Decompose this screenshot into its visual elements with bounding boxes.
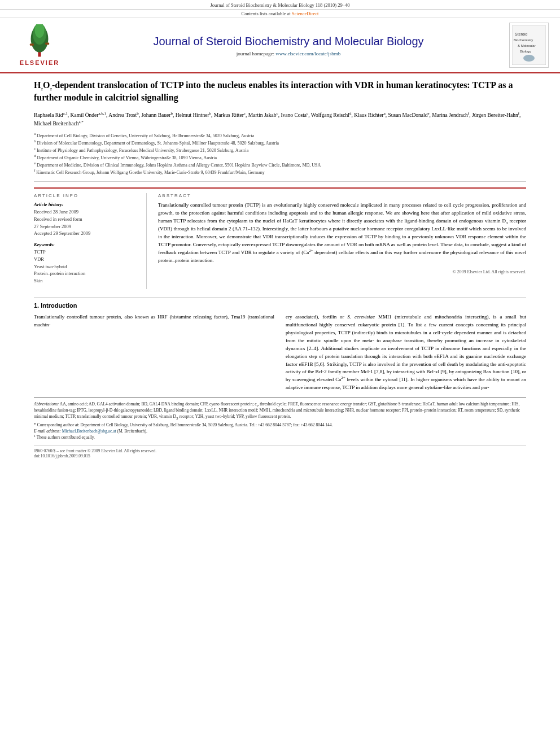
homepage-url[interactable]: www.elsevier.com/locate/jsbmb <box>275 51 340 56</box>
journal-header: ELSEVIER Journal of Steroid Biochemistry… <box>0 18 560 73</box>
affiliation-f: f Kinematic Cell Research Group, Johann … <box>34 169 526 176</box>
homepage-label: journal homepage: <box>237 51 274 56</box>
affiliations: a Department of Cell Biology, Division o… <box>34 133 526 182</box>
keyword-skin: Skin <box>34 277 138 285</box>
history-label: Article history: <box>34 202 138 207</box>
received-date: Received 28 June 2009 <box>34 208 138 216</box>
svg-point-11 <box>523 55 535 62</box>
affiliation-d: d Department of Organic Chemistry, Unive… <box>34 155 526 161</box>
intro-col-left: Translationally controlled tumour protei… <box>34 313 274 392</box>
email-footnote: E-mail address: Michael.Breitenbach@sbg.… <box>34 429 526 435</box>
issn-line: 0960-0760/$ – see front matter © 2009 El… <box>34 448 526 453</box>
citation-text: Journal of Steroid Biochemistry & Molecu… <box>211 2 350 8</box>
article-history: Article history: Received 28 June 2009 R… <box>34 202 138 237</box>
journal-logo-right: Steroid Biochemistry & Molecular Biology <box>509 23 549 68</box>
svg-text:Biochemistry: Biochemistry <box>514 38 533 42</box>
sciencedirect-banner: Contents lists available at ScienceDirec… <box>0 10 560 18</box>
keywords-label: Keywords: <box>34 242 138 247</box>
abstract-text: Translationally controlled tumour protei… <box>158 202 526 265</box>
svg-rect-4 <box>30 43 34 45</box>
article-body: H2O2-dependent translocation of TCTP int… <box>0 73 560 464</box>
keyword-ppi: Protein–protein interaction <box>34 270 138 277</box>
authors-line: Raphaela Rida,1, Kamil Öndera,b,1, Andre… <box>34 111 526 128</box>
keyword-vdr: VDR <box>34 256 138 263</box>
svg-text:Biology: Biology <box>520 50 531 53</box>
corresponding-author-footnote: * Corresponding author at: Department of… <box>34 422 526 429</box>
bottom-info: 0960-0760/$ – see front matter © 2009 El… <box>34 445 526 458</box>
abstract-column: ABSTRACT Translationally controlled tumo… <box>158 193 526 289</box>
affiliation-b: b Division of Molecular Dermatology, Dep… <box>34 140 526 147</box>
intro-heading: 1. Introduction <box>34 302 526 309</box>
equal-contribution-footnote: 1 These authors contributed equally. <box>34 435 526 441</box>
svg-text:& Molecular: & Molecular <box>518 44 536 47</box>
article-info-label: ARTICLE INFO <box>34 193 138 198</box>
accepted-date: Accepted 29 September 2009 <box>34 230 138 237</box>
intro-col-right: ery associated), fortilin or S. cerevisi… <box>286 313 526 392</box>
revised-date: 27 September 2009 <box>34 223 138 230</box>
article-info-column: ARTICLE INFO Article history: Received 2… <box>34 193 147 289</box>
footnotes: Abbreviations: AA, amino acid; AD, GAL4 … <box>34 397 526 440</box>
elsevier-text: ELSEVIER <box>20 59 59 66</box>
sciencedirect-link[interactable]: ScienceDirect <box>292 11 319 16</box>
copyright-line: © 2009 Elsevier Ltd. All rights reserved… <box>158 269 526 274</box>
introduction-section: 1. Introduction Translationally controll… <box>34 297 526 458</box>
journal-title-block: Journal of Steroid Biochemistry and Mole… <box>79 34 498 56</box>
abstract-label: ABSTRACT <box>158 193 526 198</box>
intro-text-columns: Translationally controlled tumour protei… <box>34 313 526 392</box>
keyword-y2h: Yeast two-hybrid <box>34 263 138 270</box>
banner-prefix: Contents lists available at <box>242 11 291 16</box>
keywords-group: Keywords: TCTP VDR Yeast two-hybrid Prot… <box>34 242 138 285</box>
email-link[interactable]: Michael.Breitenbach@sbg.ac.at <box>62 429 116 434</box>
affiliation-a: a Department of Cell Biology, Division o… <box>34 133 526 139</box>
journal-brand-icon: Steroid Biochemistry & Molecular Biology <box>512 25 546 65</box>
abbreviations-footnote: Abbreviations: AA, amino acid; AD, GAL4 … <box>34 401 526 420</box>
journal-citation-bar: Journal of Steroid Biochemistry & Molecu… <box>0 0 560 10</box>
svg-text:Steroid: Steroid <box>515 32 527 36</box>
keyword-tctp: TCTP <box>34 248 138 256</box>
affiliation-e: e Department of Medicine, Division of Cl… <box>34 162 526 169</box>
revised-label: Received in revised form <box>34 216 138 223</box>
elsevier-logo: ELSEVIER <box>11 24 68 66</box>
article-title: H2O2-dependent translocation of TCTP int… <box>34 79 526 104</box>
affiliation-c: c Institute of Physiology and Pathophysi… <box>34 147 526 154</box>
article-info-abstract-section: ARTICLE INFO Article history: Received 2… <box>34 187 526 289</box>
journal-homepage: journal homepage: www.elsevier.com/locat… <box>79 51 498 56</box>
elsevier-tree-icon <box>23 24 56 58</box>
svg-rect-5 <box>45 43 49 45</box>
journal-title: Journal of Steroid Biochemistry and Mole… <box>79 34 498 49</box>
doi-line: doi:10.1016/j.jsbmb.2009.09.015 <box>34 453 526 458</box>
